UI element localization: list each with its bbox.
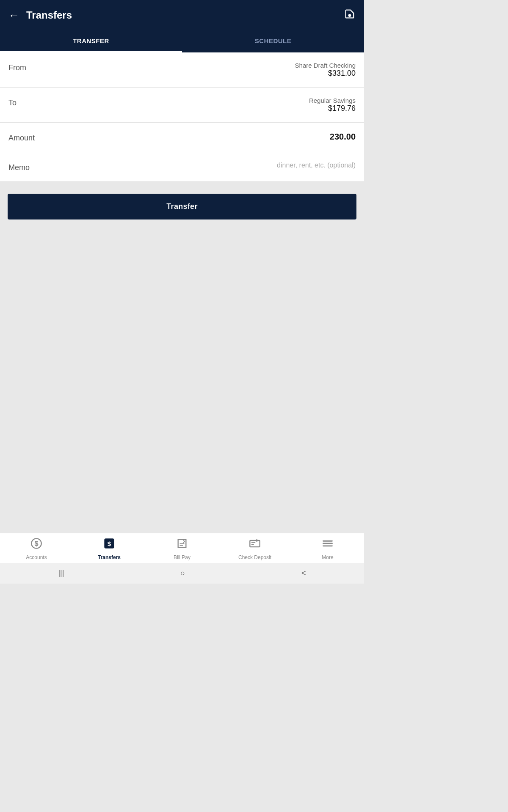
accounts-label: Accounts xyxy=(26,554,47,560)
svg-text:$: $ xyxy=(108,540,111,547)
from-row[interactable]: From Share Draft Checking $331.00 xyxy=(0,52,364,88)
more-label: More xyxy=(322,554,333,560)
accounts-icon: $ xyxy=(30,538,42,552)
nav-item-transfers[interactable]: $ Transfers xyxy=(73,538,146,560)
form-area: From Share Draft Checking $331.00 To Reg… xyxy=(0,52,364,182)
tab-bar: TRANSFER SCHEDULE xyxy=(0,30,364,52)
system-nav-back[interactable]: < xyxy=(301,569,306,578)
memo-placeholder: dinner, rent, etc. (optional) xyxy=(277,162,356,169)
memo-label: Memo xyxy=(8,162,30,172)
billpay-label: Bill Pay xyxy=(174,554,190,560)
checkdeposit-icon xyxy=(249,538,261,552)
memo-row[interactable]: Memo dinner, rent, etc. (optional) xyxy=(0,152,364,182)
system-nav-home[interactable]: ○ xyxy=(180,569,185,578)
tab-transfer[interactable]: TRANSFER xyxy=(0,30,182,52)
to-account-name: Regular Savings xyxy=(309,97,356,104)
transfers-icon: $ xyxy=(103,538,115,552)
from-value-group: Share Draft Checking $331.00 xyxy=(295,62,356,78)
amount-label: Amount xyxy=(8,132,35,143)
checkdeposit-label: Check Deposit xyxy=(238,554,271,560)
tab-schedule[interactable]: SCHEDULE xyxy=(182,30,364,52)
app-header: ← Transfers xyxy=(0,0,364,30)
back-button[interactable]: ← xyxy=(8,9,19,22)
amount-value: 230.00 xyxy=(330,132,356,142)
svg-rect-4 xyxy=(250,540,260,547)
amount-row[interactable]: Amount 230.00 xyxy=(0,123,364,152)
nav-item-more[interactable]: More xyxy=(291,538,364,560)
svg-text:$: $ xyxy=(34,540,38,547)
to-row[interactable]: To Regular Savings $179.76 xyxy=(0,88,364,123)
bottom-nav: $ Accounts $ Transfers Bill Pay xyxy=(0,533,364,563)
nav-item-checkdeposit[interactable]: Check Deposit xyxy=(218,538,291,560)
nav-item-accounts[interactable]: $ Accounts xyxy=(0,538,73,560)
from-account-name: Share Draft Checking xyxy=(295,62,356,69)
transfers-label: Transfers xyxy=(98,554,121,560)
to-label: To xyxy=(8,97,17,107)
billpay-icon xyxy=(176,538,188,552)
action-icon[interactable] xyxy=(344,8,356,22)
system-nav-bar: ||| ○ < xyxy=(0,563,364,584)
from-balance: $331.00 xyxy=(295,69,356,78)
system-nav-menu[interactable]: ||| xyxy=(58,569,64,578)
gray-area: Transfer xyxy=(0,182,364,533)
nav-item-billpay[interactable]: Bill Pay xyxy=(146,538,218,560)
to-value-group: Regular Savings $179.76 xyxy=(309,97,356,113)
transfer-button[interactable]: Transfer xyxy=(8,194,356,219)
more-icon xyxy=(322,538,334,552)
from-label: From xyxy=(8,62,26,72)
page-title: Transfers xyxy=(26,9,344,21)
to-balance: $179.76 xyxy=(309,104,356,113)
